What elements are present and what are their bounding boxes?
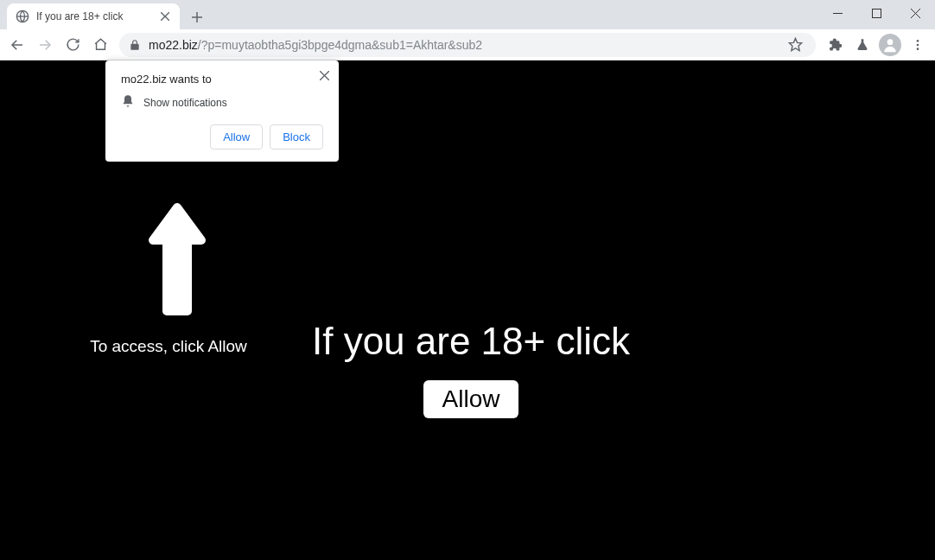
bell-icon xyxy=(121,94,135,111)
window-maximize-button[interactable] xyxy=(857,0,896,26)
page-allow-button[interactable]: Allow xyxy=(423,380,519,418)
svg-marker-12 xyxy=(789,38,801,50)
tab-close-button[interactable] xyxy=(159,10,171,22)
lab-icon[interactable] xyxy=(850,33,875,57)
globe-icon xyxy=(16,10,29,23)
notification-permission-popup: mo22.biz wants to Show notifications All… xyxy=(105,60,339,162)
lock-icon xyxy=(128,38,142,52)
instruction-text: To access, click Allow xyxy=(82,337,255,356)
svg-point-14 xyxy=(917,40,919,42)
arrow-up-icon xyxy=(143,199,194,323)
back-button[interactable] xyxy=(5,33,29,57)
popup-block-button[interactable]: Block xyxy=(270,124,323,150)
main-heading: If you are 18+ click xyxy=(268,320,674,363)
popup-allow-button[interactable]: Allow xyxy=(210,124,263,150)
toolbar: mo22.biz/?p=muytaobtha5gi3bpge4dgma&sub1… xyxy=(0,29,935,60)
svg-point-13 xyxy=(887,39,894,45)
popup-title: mo22.biz wants to xyxy=(121,73,323,86)
extensions-icon[interactable] xyxy=(823,33,847,57)
window-close-button[interactable] xyxy=(896,0,935,26)
main-block: If you are 18+ click Allow xyxy=(268,320,674,418)
popup-permission-text: Show notifications xyxy=(143,97,227,109)
reload-button[interactable] xyxy=(60,33,85,57)
tab-title: If you are 18+ click xyxy=(36,10,152,22)
popup-close-button[interactable] xyxy=(316,67,332,83)
window-minimize-button[interactable] xyxy=(818,0,857,26)
tab-strip: If you are 18+ click xyxy=(0,0,935,29)
url-domain: mo22.biz xyxy=(149,38,198,52)
browser-tab[interactable]: If you are 18+ click xyxy=(7,3,180,29)
svg-point-15 xyxy=(917,43,919,46)
address-bar[interactable]: mo22.biz/?p=muytaobtha5gi3bpge4dgma&sub1… xyxy=(119,33,816,57)
home-button[interactable] xyxy=(88,33,112,57)
url-path: /?p=muytaobtha5gi3bpge4dgma&sub1=Akhtar&… xyxy=(198,38,482,52)
svg-point-16 xyxy=(917,48,919,50)
svg-rect-1 xyxy=(873,9,881,17)
new-tab-button[interactable] xyxy=(185,5,209,29)
forward-button[interactable] xyxy=(33,33,57,57)
url-text: mo22.biz/?p=muytaobtha5gi3bpge4dgma&sub1… xyxy=(149,38,776,52)
instruction-block: To access, click Allow xyxy=(82,199,255,356)
chrome-menu-button[interactable] xyxy=(906,33,930,57)
bookmark-star-icon[interactable] xyxy=(783,33,807,57)
profile-avatar[interactable] xyxy=(878,33,902,57)
